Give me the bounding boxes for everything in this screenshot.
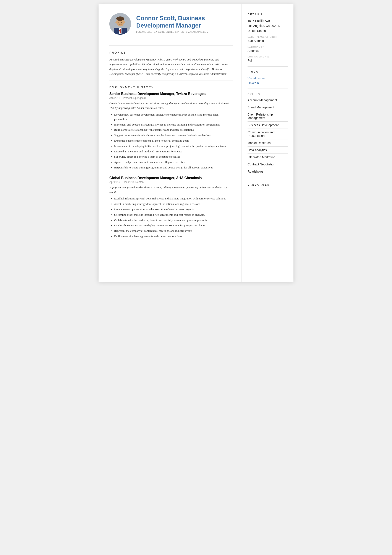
skill-item: Communication and Presentation <box>248 131 288 139</box>
job-title-1: Senior Business Development Manager, Twi… <box>109 92 233 96</box>
license-value: Full <box>248 58 288 63</box>
languages-title: LANGUAGES <box>248 183 288 186</box>
profile-section: PROFILE Focused Business Development Man… <box>109 51 233 76</box>
employment-section: EMPLOYMENT HISTORY Senior Business Devel… <box>109 86 233 239</box>
job-bullets-2: Establish relationships with potential c… <box>109 197 233 239</box>
skill-item: Client Relationship Management <box>248 113 288 122</box>
list-item: Assist in marketing strategy development… <box>114 202 233 206</box>
employment-divider <box>109 80 233 80</box>
skill-item: Brand Management <box>248 106 288 111</box>
job-summary-1: Created an automated customer acquisitio… <box>109 101 233 110</box>
list-item: Approve budgets and conduct financial du… <box>114 160 233 165</box>
link-visualize[interactable]: Visualize.me <box>248 77 288 80</box>
employment-title: EMPLOYMENT HISTORY <box>109 86 233 89</box>
links-title: LINKS <box>248 71 288 74</box>
address-line2: Los Angeles, CA 90291, <box>248 24 288 28</box>
main-column: Connor Scott, Business Development Manag… <box>99 4 242 282</box>
header-divider <box>109 45 233 46</box>
list-item: Expanded business development aligned to… <box>114 139 233 143</box>
skill-item: Market Research <box>248 141 288 146</box>
address-line1: 1515 Pacific Ave <box>248 19 288 23</box>
list-item: Leverage new opportunities via the execu… <box>114 207 233 212</box>
list-item: Establish relationships with potential c… <box>114 197 233 201</box>
skill-item: Integrated Marketing <box>248 155 288 161</box>
list-item: Implement and execute marketing activiti… <box>114 123 233 127</box>
job-dates-2: Apr 2016 – Dec 2018, Reston <box>109 181 233 184</box>
link-linkedin[interactable]: Linkedin <box>248 81 288 85</box>
header-contact: LOS ANGELES, CA 90291, UNITED STATES · e… <box>136 31 209 33</box>
birth-label: DATE / PLACE OF BIRTH <box>248 36 288 38</box>
resume-page: Connor Scott, Business Development Manag… <box>99 4 293 282</box>
skill-item: Roadshows <box>248 170 288 175</box>
profile-title: PROFILE <box>109 51 233 54</box>
job-dates-1: Jan 2018 – Present, Springfield <box>109 96 233 100</box>
header-section: Connor Scott, Business Development Manag… <box>109 13 233 39</box>
skills-languages-divider <box>248 179 288 179</box>
skill-item: Account Management <box>248 98 288 104</box>
list-item: Facilitate service level agreements and … <box>114 234 233 239</box>
list-item: Collaborate with the marketing team to s… <box>114 218 233 223</box>
job-bullets-1: Develop new customer development strateg… <box>109 112 233 170</box>
svg-point-7 <box>123 21 125 23</box>
job-summary-2: Significantly improved market share in A… <box>109 185 233 194</box>
address-line3: United States <box>248 29 288 33</box>
job-block-1: Senior Business Development Manager, Twi… <box>109 92 233 170</box>
list-item: Directed all meetings and produced prese… <box>114 149 233 154</box>
skill-item: Data Analytics <box>248 148 288 154</box>
list-item: Build corporate relationships with custo… <box>114 128 233 132</box>
avatar <box>109 13 131 35</box>
svg-point-8 <box>118 22 120 22</box>
details-title: DETAILS <box>248 13 288 16</box>
svg-point-6 <box>115 21 117 23</box>
skill-item: Contract Negotiation <box>248 163 288 168</box>
list-item: Represent the company at conferences, me… <box>114 229 233 233</box>
list-item: Develop new customer development strateg… <box>114 112 233 122</box>
list-item: Conduct business analysis to deploy cust… <box>114 223 233 228</box>
header-text: Connor Scott, Business Development Manag… <box>136 15 209 33</box>
list-item: Streamline profit margins through price … <box>114 213 233 217</box>
sidebar-column: DETAILS 1515 Pacific Ave Los Angeles, CA… <box>242 4 293 282</box>
list-item: Supervise, direct and oversee a team of … <box>114 154 233 159</box>
nationality-label: NATIONALITY <box>248 46 288 48</box>
job-block-2: Global Business Development Manager, AHA… <box>109 176 233 239</box>
birth-value: San Antonio <box>248 39 288 43</box>
svg-point-5 <box>116 16 124 21</box>
details-links-divider <box>248 66 288 66</box>
nationality-value: American <box>248 49 288 53</box>
license-label: DRIVING LICENSE <box>248 56 288 58</box>
profile-text: Focused Business Development Manager wit… <box>109 57 233 76</box>
skills-title: SKILLS <box>248 93 288 96</box>
list-item: Instrumental in developing initiatives f… <box>114 144 233 148</box>
svg-point-9 <box>121 22 122 22</box>
candidate-name: Connor Scott, Business Development Manag… <box>136 15 209 29</box>
list-item: Responsible to create training programme… <box>114 165 233 170</box>
skill-item: Business Development <box>248 123 288 129</box>
list-item: Suggest improvements in business strateg… <box>114 133 233 138</box>
links-skills-divider <box>248 88 288 88</box>
job-title-2: Global Business Development Manager, AHA… <box>109 176 233 180</box>
